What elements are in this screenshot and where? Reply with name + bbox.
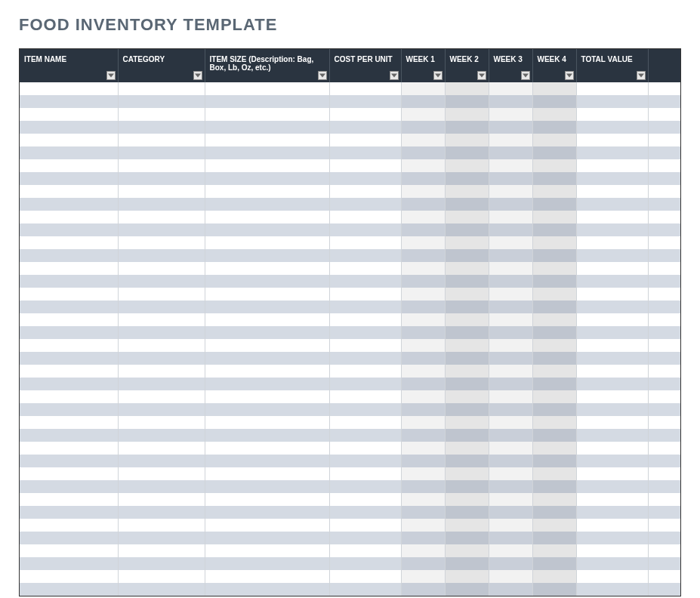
cell-item-name[interactable] (20, 416, 118, 429)
cell-week1[interactable] (401, 557, 445, 570)
cell-item-size[interactable] (205, 378, 329, 390)
cell-cost-per-unit[interactable] (329, 301, 401, 313)
cell-week1[interactable] (401, 467, 445, 480)
cell-week4[interactable] (532, 121, 576, 134)
cell-week3[interactable] (489, 570, 532, 583)
cell-item-name[interactable] (20, 82, 118, 95)
cell-item-size[interactable] (205, 301, 329, 313)
cell-week3[interactable] (489, 326, 532, 339)
filter-dropdown-icon[interactable] (106, 71, 116, 80)
cell-extra[interactable] (648, 583, 680, 596)
cell-category[interactable] (118, 134, 205, 146)
cell-item-name[interactable] (20, 493, 118, 506)
cell-week3[interactable] (489, 223, 532, 236)
cell-item-name[interactable] (20, 185, 118, 198)
cell-cost-per-unit[interactable] (329, 288, 401, 301)
cell-extra[interactable] (648, 365, 680, 378)
cell-week1[interactable] (401, 544, 445, 557)
cell-week4[interactable] (532, 211, 576, 223)
cell-week4[interactable] (532, 275, 576, 288)
cell-cost-per-unit[interactable] (329, 146, 401, 159)
cell-total-value[interactable] (576, 570, 648, 583)
filter-dropdown-icon[interactable] (521, 71, 530, 80)
cell-cost-per-unit[interactable] (329, 275, 401, 288)
cell-week1[interactable] (401, 390, 445, 403)
cell-item-size[interactable] (205, 185, 329, 198)
cell-item-size[interactable] (205, 506, 329, 519)
cell-item-name[interactable] (20, 557, 118, 570)
cell-week2[interactable] (445, 519, 489, 532)
cell-cost-per-unit[interactable] (329, 532, 401, 544)
cell-cost-per-unit[interactable] (329, 326, 401, 339)
cell-item-size[interactable] (205, 108, 329, 121)
cell-week2[interactable] (445, 121, 489, 134)
cell-week4[interactable] (532, 134, 576, 146)
cell-extra[interactable] (648, 506, 680, 519)
cell-week3[interactable] (489, 249, 532, 262)
cell-extra[interactable] (648, 249, 680, 262)
cell-item-size[interactable] (205, 95, 329, 108)
cell-extra[interactable] (648, 352, 680, 365)
cell-week4[interactable] (532, 506, 576, 519)
cell-item-name[interactable] (20, 429, 118, 442)
cell-week2[interactable] (445, 172, 489, 185)
cell-extra[interactable] (648, 390, 680, 403)
cell-category[interactable] (118, 223, 205, 236)
cell-category[interactable] (118, 82, 205, 95)
cell-extra[interactable] (648, 275, 680, 288)
cell-week1[interactable] (401, 236, 445, 249)
cell-item-size[interactable] (205, 236, 329, 249)
cell-week3[interactable] (489, 583, 532, 596)
cell-week4[interactable] (532, 108, 576, 121)
cell-extra[interactable] (648, 313, 680, 326)
cell-week2[interactable] (445, 506, 489, 519)
cell-item-name[interactable] (20, 544, 118, 557)
cell-week3[interactable] (489, 82, 532, 95)
cell-week3[interactable] (489, 403, 532, 416)
cell-week4[interactable] (532, 172, 576, 185)
cell-item-name[interactable] (20, 134, 118, 146)
cell-week1[interactable] (401, 313, 445, 326)
cell-extra[interactable] (648, 403, 680, 416)
cell-item-name[interactable] (20, 506, 118, 519)
cell-category[interactable] (118, 108, 205, 121)
cell-item-size[interactable] (205, 249, 329, 262)
cell-item-name[interactable] (20, 313, 118, 326)
cell-week4[interactable] (532, 262, 576, 275)
cell-week2[interactable] (445, 134, 489, 146)
cell-extra[interactable] (648, 288, 680, 301)
cell-extra[interactable] (648, 544, 680, 557)
cell-category[interactable] (118, 378, 205, 390)
cell-category[interactable] (118, 301, 205, 313)
cell-week2[interactable] (445, 211, 489, 223)
cell-week4[interactable] (532, 326, 576, 339)
cell-cost-per-unit[interactable] (329, 108, 401, 121)
cell-item-size[interactable] (205, 172, 329, 185)
cell-category[interactable] (118, 455, 205, 467)
cell-category[interactable] (118, 416, 205, 429)
cell-total-value[interactable] (576, 493, 648, 506)
cell-category[interactable] (118, 544, 205, 557)
cell-total-value[interactable] (576, 82, 648, 95)
cell-cost-per-unit[interactable] (329, 236, 401, 249)
cell-extra[interactable] (648, 416, 680, 429)
cell-item-size[interactable] (205, 365, 329, 378)
cell-item-name[interactable] (20, 288, 118, 301)
cell-extra[interactable] (648, 480, 680, 493)
cell-week2[interactable] (445, 467, 489, 480)
cell-week3[interactable] (489, 442, 532, 455)
cell-week2[interactable] (445, 249, 489, 262)
cell-item-size[interactable] (205, 442, 329, 455)
cell-extra[interactable] (648, 467, 680, 480)
cell-cost-per-unit[interactable] (329, 313, 401, 326)
cell-item-size[interactable] (205, 159, 329, 172)
cell-week3[interactable] (489, 365, 532, 378)
cell-cost-per-unit[interactable] (329, 557, 401, 570)
cell-total-value[interactable] (576, 275, 648, 288)
cell-week3[interactable] (489, 146, 532, 159)
cell-extra[interactable] (648, 134, 680, 146)
cell-category[interactable] (118, 429, 205, 442)
cell-week1[interactable] (401, 326, 445, 339)
cell-week4[interactable] (532, 352, 576, 365)
cell-week4[interactable] (532, 288, 576, 301)
